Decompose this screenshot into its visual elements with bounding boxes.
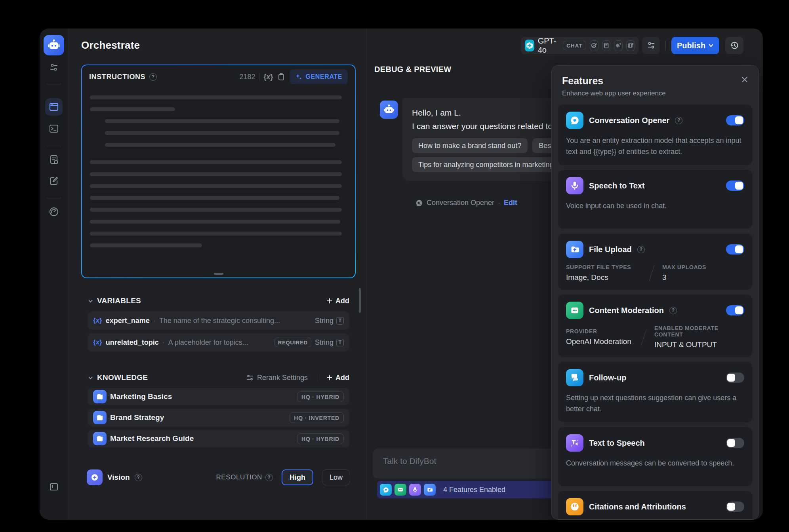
publish-button[interactable]: Publish bbox=[671, 37, 719, 54]
feature-description: You are an entity extraction model that … bbox=[566, 135, 744, 157]
follow-up-icon bbox=[566, 369, 583, 386]
knowledge-name: Market Research Guide bbox=[110, 434, 194, 443]
add-label: Add bbox=[335, 374, 349, 382]
add-knowledge-button[interactable]: Add bbox=[326, 374, 349, 382]
openai-logo-icon bbox=[525, 40, 534, 51]
sidebar-divider bbox=[47, 84, 61, 84]
help-icon[interactable]: ? bbox=[265, 474, 273, 481]
add-label: Add bbox=[335, 297, 349, 305]
knowledge-section: KNOWLEDGE Rerank Settings Add Marketin bbox=[81, 366, 356, 451]
knowledge-item[interactable]: Marketing Basics HQ · HYBRID bbox=[88, 388, 349, 405]
help-icon[interactable]: ? bbox=[675, 117, 682, 124]
knowledge-name: Marketing Basics bbox=[110, 392, 172, 401]
help-icon[interactable]: ? bbox=[135, 474, 142, 481]
audio-capability-icon bbox=[614, 40, 623, 51]
toggle-follow-up[interactable] bbox=[726, 372, 744, 383]
variables-section: VARIABLES Add {x} expert_name · The name… bbox=[81, 288, 356, 354]
knowledge-item[interactable]: Market Research Guide HQ · HYBRID bbox=[88, 430, 349, 447]
rerank-settings-button[interactable]: Rerank Settings bbox=[246, 374, 308, 382]
skeleton-line bbox=[90, 184, 342, 188]
knowledge-item[interactable]: Brand Strategy HQ · INVERTED bbox=[88, 409, 349, 426]
knowledge-name: Brand Strategy bbox=[110, 413, 164, 422]
variable-name: unrelated_topic bbox=[106, 338, 159, 347]
skeleton-line bbox=[105, 131, 339, 135]
help-icon[interactable]: ? bbox=[637, 246, 645, 253]
header-divider bbox=[665, 41, 666, 50]
version-history-button[interactable] bbox=[725, 37, 743, 54]
variable-desc: A placeholder for topics... bbox=[168, 338, 248, 347]
divider bbox=[317, 374, 317, 382]
chevron-down-icon[interactable] bbox=[88, 298, 93, 304]
conversation-opener-mini-icon bbox=[380, 484, 392, 496]
skeleton-line bbox=[105, 119, 339, 123]
chevron-down-icon[interactable] bbox=[88, 375, 93, 381]
sidebar-item-annotation-icon[interactable] bbox=[49, 176, 59, 186]
insert-variable-icon[interactable]: {x} bbox=[263, 73, 273, 81]
knowledge-badge: HQ · HYBRID bbox=[297, 433, 344, 444]
variable-row[interactable]: {x} unrelated_topic · A placeholder for … bbox=[88, 333, 349, 352]
feature-description: Setting up next questions suggestion can… bbox=[566, 392, 744, 414]
resize-handle[interactable] bbox=[214, 273, 223, 275]
features-enabled-label: 4 Features Enabled bbox=[443, 486, 505, 494]
scrollbar-thumb[interactable] bbox=[359, 288, 361, 313]
help-icon[interactable]: ? bbox=[669, 307, 677, 314]
app-window: Orchestrate GPT-4o CHAT bbox=[40, 28, 763, 520]
skeleton-line bbox=[90, 107, 175, 111]
toggle-content-moderation[interactable] bbox=[726, 305, 744, 315]
edit-opener-link[interactable]: Edit bbox=[504, 199, 517, 207]
toggle-text-to-speech[interactable] bbox=[726, 438, 744, 448]
toggle-citations[interactable] bbox=[726, 502, 744, 512]
file-upload-icon bbox=[566, 241, 583, 258]
text-type-icon[interactable]: T bbox=[336, 339, 344, 346]
variable-type: StringT bbox=[315, 338, 344, 347]
toggle-conversation-opener[interactable] bbox=[726, 115, 744, 125]
text-type-icon[interactable]: T bbox=[336, 317, 344, 325]
file-upload-mini-icon bbox=[424, 484, 436, 496]
skeleton-line bbox=[105, 143, 335, 147]
video-capability-icon bbox=[626, 40, 635, 51]
sidebar-item-orchestrate-active[interactable] bbox=[45, 98, 63, 116]
suggestion-pill[interactable]: How to make a brand stand out? bbox=[412, 138, 528, 153]
model-params-icon[interactable] bbox=[642, 37, 660, 54]
variable-desc: The name of the strategic consulting... bbox=[159, 317, 280, 325]
close-icon[interactable] bbox=[740, 75, 749, 84]
generate-button[interactable]: GENERATE bbox=[290, 69, 348, 84]
separator-dot: · bbox=[162, 338, 165, 347]
stat-divider bbox=[649, 265, 655, 281]
help-icon[interactable]: ? bbox=[149, 73, 157, 81]
variable-icon: {x} bbox=[93, 338, 102, 346]
model-selector[interactable]: GPT-4o CHAT bbox=[521, 37, 639, 54]
resolution-high-button[interactable]: High bbox=[282, 469, 313, 485]
knowledge-doc-icon bbox=[93, 390, 107, 403]
features-panel: Features Enhance web app user experience… bbox=[551, 65, 759, 520]
resolution-low-button[interactable]: Low bbox=[322, 469, 350, 485]
instructions-panel[interactable]: INSTRUCTIONS ? 2182 {x} GENERATE bbox=[81, 65, 356, 278]
chevron-down-icon bbox=[708, 43, 714, 48]
document-capability-icon bbox=[602, 40, 611, 51]
variables-title: VARIABLES bbox=[97, 296, 141, 305]
variable-row[interactable]: {x} expert_name · The name of the strate… bbox=[88, 312, 349, 330]
feature-description: Voice input can be used in chat. bbox=[566, 200, 744, 211]
add-variable-button[interactable]: Add bbox=[326, 297, 349, 305]
skeleton-line bbox=[90, 208, 342, 212]
app-logo-robot-icon[interactable] bbox=[44, 35, 64, 55]
settings-sliders-icon[interactable] bbox=[49, 62, 59, 72]
stat-divider bbox=[641, 329, 647, 345]
knowledge-badge: HQ · INVERTED bbox=[290, 412, 344, 423]
collapse-sidebar-icon[interactable] bbox=[49, 482, 59, 492]
feature-title: File Upload bbox=[589, 245, 632, 254]
sidebar-item-terminal-icon[interactable] bbox=[49, 124, 59, 134]
sidebar-item-monitoring-icon[interactable] bbox=[49, 207, 59, 217]
model-mode-badge: CHAT bbox=[563, 41, 586, 50]
features-subtitle: Enhance web app user experience bbox=[562, 89, 748, 97]
sidebar-item-logs-icon[interactable] bbox=[49, 154, 59, 165]
features-title: Features bbox=[562, 75, 748, 87]
toggle-speech-to-text[interactable] bbox=[726, 180, 744, 191]
feature-title: Citations and Attributions bbox=[589, 502, 686, 511]
knowledge-title: KNOWLEDGE bbox=[97, 373, 148, 382]
toggle-file-upload[interactable] bbox=[726, 244, 744, 255]
variable-icon: {x} bbox=[93, 317, 102, 325]
instructions-title: INSTRUCTIONS bbox=[89, 73, 145, 81]
stat-value: INPUT & OUTPUT bbox=[654, 340, 744, 349]
copy-clipboard-icon[interactable] bbox=[277, 72, 286, 81]
